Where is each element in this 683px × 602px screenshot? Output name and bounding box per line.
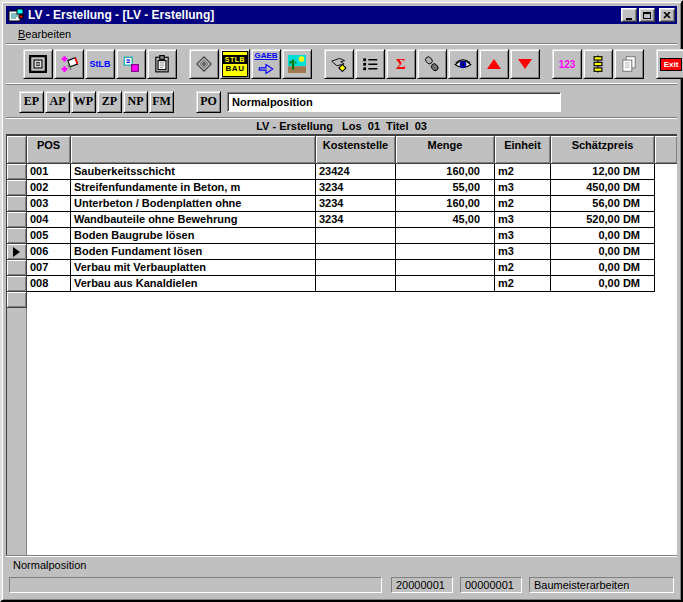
- cell-menge[interactable]: 160,00: [396, 164, 495, 180]
- cell-schaetzpreis[interactable]: 0,00 DM: [551, 260, 655, 276]
- list-button[interactable]: [355, 49, 385, 79]
- title-bar: LV - Erstellung - [LV - Erstellung]: [6, 6, 677, 24]
- preview-button[interactable]: [448, 49, 478, 79]
- diamond-button[interactable]: [189, 49, 219, 79]
- cell-einheit[interactable]: m3: [495, 244, 551, 260]
- position-type-np-button[interactable]: NP: [123, 91, 148, 113]
- cell-kostenstelle[interactable]: 3234: [316, 196, 396, 212]
- link-button[interactable]: [417, 49, 447, 79]
- cell-schaetzpreis[interactable]: 56,00 DM: [551, 196, 655, 212]
- table-row: 005 Boden Baugrube lösen m3 0,00 DM: [7, 228, 677, 244]
- cell-text[interactable]: Boden Baugrube lösen: [71, 228, 316, 244]
- cell-pos[interactable]: 008: [27, 276, 71, 292]
- down-triangle-icon: [518, 59, 532, 69]
- cell-kostenstelle[interactable]: 3234: [316, 180, 396, 196]
- cell-einheit[interactable]: m3: [495, 228, 551, 244]
- cell-text[interactable]: Sauberkeitsschicht: [71, 164, 316, 180]
- cell-kostenstelle[interactable]: 23424: [316, 164, 396, 180]
- minimize-button[interactable]: [621, 8, 637, 22]
- row-selector[interactable]: [7, 164, 27, 180]
- cell-text[interactable]: Boden Fundament lösen: [71, 244, 316, 260]
- cell-text[interactable]: Streifenfundamente in Beton, m: [71, 180, 316, 196]
- cell-text[interactable]: Unterbeton / Bodenplatten ohne: [71, 196, 316, 212]
- row-selector-empty[interactable]: [7, 292, 27, 308]
- cell-einheit[interactable]: m2: [495, 260, 551, 276]
- row-selector[interactable]: [7, 196, 27, 212]
- menu-item-bearbeiten[interactable]: Bearbeiten: [13, 26, 76, 42]
- cell-kostenstelle[interactable]: [316, 244, 396, 260]
- position-type-zp-button[interactable]: ZP: [97, 91, 122, 113]
- cell-einheit[interactable]: m2: [495, 164, 551, 180]
- cell-menge[interactable]: 55,00: [396, 180, 495, 196]
- position-type-fm-button[interactable]: FM: [149, 91, 174, 113]
- list-icon: [361, 55, 379, 73]
- sum-button[interactable]: Σ: [386, 49, 416, 79]
- cell-schaetzpreis[interactable]: 0,00 DM: [551, 228, 655, 244]
- cell-einheit[interactable]: m2: [495, 276, 551, 292]
- cell-einheit[interactable]: m3: [495, 212, 551, 228]
- cell-kostenstelle[interactable]: 3234: [316, 212, 396, 228]
- cell-schaetzpreis[interactable]: 450,00 DM: [551, 180, 655, 196]
- cell-schaetzpreis[interactable]: 12,00 DM: [551, 164, 655, 180]
- position-type-ep-button[interactable]: EP: [19, 91, 44, 113]
- stlb-button[interactable]: StLB: [85, 49, 115, 79]
- structure-button[interactable]: [583, 49, 613, 79]
- cell-pos[interactable]: 006: [27, 244, 71, 260]
- row-selector[interactable]: [7, 276, 27, 292]
- cell-pos[interactable]: 002: [27, 180, 71, 196]
- move-down-button[interactable]: [510, 49, 540, 79]
- cell-schaetzpreis[interactable]: 0,00 DM: [551, 276, 655, 292]
- stack-icon: [589, 55, 607, 73]
- move-up-button[interactable]: [479, 49, 509, 79]
- edit-select-button[interactable]: [324, 49, 354, 79]
- cell-pos[interactable]: 001: [27, 164, 71, 180]
- table-row: 004 Wandbauteile ohne Bewehrung 3234 45,…: [7, 212, 677, 228]
- row-selector[interactable]: [7, 260, 27, 276]
- stlb-bau-button[interactable]: STLB BAU: [220, 49, 250, 79]
- row-selector[interactable]: [7, 180, 27, 196]
- cell-pos[interactable]: 005: [27, 228, 71, 244]
- cell-menge[interactable]: [396, 276, 495, 292]
- copy-pages-button[interactable]: [614, 49, 644, 79]
- close-button[interactable]: [659, 8, 675, 22]
- picture-button[interactable]: [282, 49, 312, 79]
- cell-text[interactable]: Verbau mit Verbauplatten: [71, 260, 316, 276]
- position-type-ap-button[interactable]: AP: [45, 91, 70, 113]
- cell-pos[interactable]: 003: [27, 196, 71, 212]
- cell-pos[interactable]: 007: [27, 260, 71, 276]
- maximize-button[interactable]: [639, 8, 655, 22]
- position-type-field[interactable]: [227, 92, 561, 112]
- paste-button[interactable]: [147, 49, 177, 79]
- cell-kostenstelle[interactable]: [316, 260, 396, 276]
- cell-kostenstelle[interactable]: [316, 276, 396, 292]
- cell-menge[interactable]: [396, 228, 495, 244]
- cell-schaetzpreis[interactable]: 520,00 DM: [551, 212, 655, 228]
- renumber-button[interactable]: 123: [552, 49, 582, 79]
- form-view-button[interactable]: [23, 49, 53, 79]
- copy-position-button[interactable]: [116, 49, 146, 79]
- toolbar-group-tools: Σ: [324, 49, 540, 79]
- cell-text[interactable]: Wandbauteile ohne Bewehrung: [71, 212, 316, 228]
- row-selector-arrow[interactable]: [7, 244, 27, 260]
- cell-text[interactable]: Verbau aus Kanaldielen: [71, 276, 316, 292]
- status-panel-lv-number: 00000001: [460, 577, 522, 593]
- cell-einheit[interactable]: m3: [495, 180, 551, 196]
- cell-menge[interactable]: 160,00: [396, 196, 495, 212]
- cell-menge[interactable]: [396, 260, 495, 276]
- app-window: LV - Erstellung - [LV - Erstellung] Bear…: [0, 0, 683, 602]
- add-position-button[interactable]: [54, 49, 84, 79]
- row-selector[interactable]: [7, 228, 27, 244]
- cell-einheit[interactable]: m2: [495, 196, 551, 212]
- cell-menge[interactable]: 45,00: [396, 212, 495, 228]
- cell-menge[interactable]: [396, 244, 495, 260]
- cell-schaetzpreis[interactable]: 0,00 DM: [551, 244, 655, 260]
- form-icon: [29, 55, 47, 73]
- window-controls: [621, 8, 675, 22]
- cell-pos[interactable]: 004: [27, 212, 71, 228]
- row-selector[interactable]: [7, 212, 27, 228]
- position-type-po-button[interactable]: PO: [196, 91, 221, 113]
- cell-kostenstelle[interactable]: [316, 228, 396, 244]
- gaeb-export-button[interactable]: GAEB: [251, 49, 281, 79]
- position-type-wp-button[interactable]: WP: [71, 91, 96, 113]
- exit-button[interactable]: Exit: [656, 49, 683, 79]
